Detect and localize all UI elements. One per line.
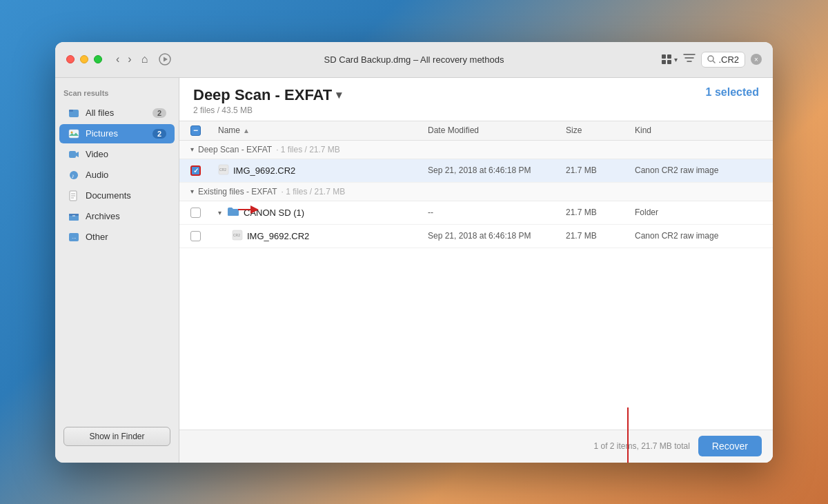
window-title: SD Card Backup.dmg – All recovery method…: [324, 54, 504, 65]
folder-expand-icon[interactable]: ▾: [218, 209, 221, 216]
select-all-checkbox[interactable]: [190, 125, 201, 136]
sidebar-badge-all-files: 2: [152, 108, 166, 118]
forward-button[interactable]: ›: [125, 52, 134, 67]
folder-checkbox-cell: [185, 203, 213, 222]
scan-subtitle: 2 files / 43.5 MB: [193, 105, 342, 115]
section-deep-scan-label: ▾ Deep Scan - EXFAT · 1 files / 21.7 MB: [185, 141, 767, 159]
folder-checkbox[interactable]: [190, 208, 201, 218]
file-table: Name ▲ Date Modified Size Kind: [179, 121, 773, 430]
svg-rect-16: [69, 151, 76, 158]
cr2-file-icon-2: CR2: [232, 230, 243, 243]
svg-marker-17: [76, 152, 79, 157]
section-deep-scan: ▾ Deep Scan - EXFAT · 1 files / 21.7 MB: [179, 141, 773, 159]
sidebar-item-archives[interactable]: Archives: [59, 207, 175, 226]
filter-button[interactable]: [683, 52, 696, 66]
sidebar-badge-pictures: 2: [152, 129, 166, 139]
section-deep-scan-text: Deep Scan - EXFAT: [198, 145, 272, 154]
cr2-file-icon-1: CR2: [218, 164, 229, 177]
header-checkbox-cell: [185, 121, 213, 140]
grid-view-icon: [662, 54, 673, 64]
header-size[interactable]: Size: [560, 121, 629, 140]
svg-rect-13: [69, 130, 79, 138]
header-left: Deep Scan - EXFAT ▾ 2 files / 43.5 MB: [193, 86, 342, 115]
search-value: .CR2: [718, 54, 739, 65]
svg-text:···: ···: [72, 235, 77, 241]
recover-button[interactable]: Recover: [698, 436, 762, 456]
main-content: Scan results All files 2 Pictures 2: [55, 78, 773, 463]
sidebar-section-label: Scan results: [55, 86, 179, 103]
titlebar-right: ▾ .CR2 ×: [662, 52, 762, 68]
file-kind-1: Canon CR2 raw image: [629, 161, 767, 179]
svg-rect-5: [667, 60, 671, 64]
bottom-bar: 1 of 2 items, 21.7 MB total Recover: [179, 430, 773, 463]
sidebar-item-all-files[interactable]: All files 2: [59, 103, 175, 123]
sidebar-item-pictures[interactable]: Pictures 2: [59, 124, 175, 143]
sidebar-label-archives: Archives: [86, 211, 166, 221]
sidebar-label-pictures: Pictures: [86, 128, 147, 139]
file-row-img9692-deep: CR2 IMG_9692.CR2 Sep 21, 2018 at 6:46:18…: [179, 159, 773, 183]
svg-point-9: [708, 56, 713, 61]
folder-icon: [227, 206, 239, 219]
sidebar-label-audio: Audio: [86, 170, 166, 180]
nav-buttons: ‹ ›: [113, 52, 135, 67]
svg-rect-3: [667, 54, 671, 59]
play-icon: [159, 53, 171, 65]
file-date-1: Sep 21, 2018 at 6:46:18 PM: [422, 161, 560, 179]
header-date-label: Date Modified: [428, 125, 479, 135]
svg-rect-4: [662, 60, 666, 64]
svg-rect-2: [662, 54, 666, 59]
svg-rect-12: [69, 110, 73, 112]
section-deep-scan-info: · 1 files / 21.7 MB: [276, 145, 340, 154]
audio-icon: ♪: [68, 169, 80, 181]
sort-arrow-icon: ▲: [243, 127, 250, 134]
close-button[interactable]: [66, 55, 75, 63]
minimize-button[interactable]: [80, 55, 88, 63]
search-box[interactable]: .CR2: [701, 52, 745, 68]
sidebar: Scan results All files 2 Pictures 2: [55, 78, 179, 463]
sidebar-item-other[interactable]: ··· Other: [59, 228, 175, 247]
file-size-1: 21.7 MB: [560, 161, 629, 179]
scan-title[interactable]: Deep Scan - EXFAT ▾: [193, 86, 342, 104]
main-window: ‹ › ⌂ SD Card Backup.dmg – All recovery …: [55, 42, 773, 463]
maximize-button[interactable]: [94, 55, 102, 63]
header-kind[interactable]: Kind: [629, 121, 767, 140]
sidebar-footer: Show in Finder: [55, 419, 179, 454]
view-toggle-button[interactable]: ▾: [662, 54, 678, 64]
file-date-2: Sep 21, 2018 at 6:46:18 PM: [422, 227, 560, 245]
file-checkbox-2[interactable]: [190, 231, 201, 241]
show-in-finder-button[interactable]: Show in Finder: [63, 427, 170, 446]
file-checkbox-1[interactable]: [190, 165, 201, 176]
folder-size: 21.7 MB: [560, 203, 629, 221]
file-size-2: 21.7 MB: [560, 227, 629, 245]
sidebar-label-all-files: All files: [86, 108, 147, 118]
sidebar-item-video[interactable]: Video: [59, 145, 175, 164]
file-checkbox-cell-2: [185, 227, 213, 245]
file-row-img9692-existing: CR2 IMG_9692.CR2 Sep 21, 2018 at 6:46:18…: [179, 225, 773, 248]
section-existing-info: · 1 files / 21.7 MB: [281, 187, 345, 196]
back-button[interactable]: ‹: [113, 52, 122, 67]
table-header: Name ▲ Date Modified Size Kind: [179, 121, 773, 141]
svg-text:♪: ♪: [72, 172, 75, 179]
file-checkbox-cell-1: [185, 161, 213, 180]
header-name[interactable]: Name ▲: [213, 121, 422, 140]
home-button[interactable]: ⌂: [141, 53, 148, 65]
section-expand-icon[interactable]: ▾: [190, 145, 194, 153]
video-icon: [68, 148, 80, 161]
header-name-label: Name: [218, 125, 240, 135]
sidebar-item-documents[interactable]: Documents: [59, 186, 175, 205]
dropdown-chevron: ▾: [336, 88, 342, 101]
traffic-lights: [66, 55, 102, 63]
file-row-canon-sd: ▾ CANON SD (1) -- 21.7 MB Folder: [179, 201, 773, 225]
close-search-button[interactable]: ×: [751, 54, 762, 65]
all-files-icon: [68, 107, 80, 119]
folder-kind: Folder: [629, 203, 767, 221]
status-text: 1 of 2 items, 21.7 MB total: [593, 441, 689, 451]
section-existing-text: Existing files - EXFAT: [198, 187, 277, 196]
titlebar: ‹ › ⌂ SD Card Backup.dmg – All recovery …: [55, 42, 773, 78]
other-icon: ···: [68, 231, 80, 243]
sidebar-item-audio[interactable]: ♪ Audio: [59, 165, 175, 185]
header-date[interactable]: Date Modified: [422, 121, 560, 140]
section-existing-expand-icon[interactable]: ▾: [190, 188, 194, 195]
pictures-icon: [68, 128, 80, 140]
search-icon: [707, 55, 716, 63]
